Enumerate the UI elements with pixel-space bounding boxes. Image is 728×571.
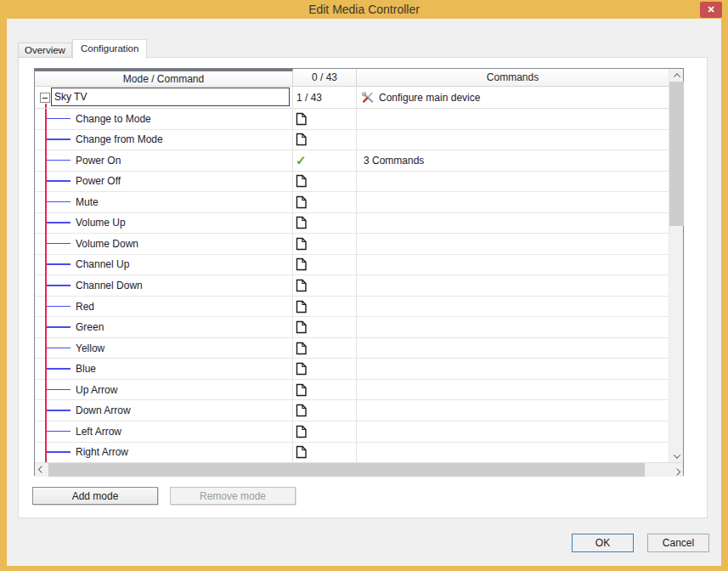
- mode-name-input[interactable]: [51, 88, 290, 106]
- command-status-cell[interactable]: ✓: [293, 130, 357, 150]
- mode-commands-cell[interactable]: Configure main device: [357, 87, 669, 108]
- command-status-cell[interactable]: ✓: [293, 172, 357, 192]
- command-status-cell[interactable]: ✓: [293, 443, 357, 463]
- mode-command-row[interactable]: Red ✓: [35, 297, 669, 318]
- document-icon: [296, 342, 307, 355]
- command-name-cell[interactable]: Red: [35, 297, 293, 317]
- command-status-cell[interactable]: ✓: [293, 234, 357, 254]
- command-name-cell[interactable]: Right Arrow: [35, 443, 293, 463]
- command-commands-cell[interactable]: [357, 109, 669, 129]
- collapse-toggle-icon[interactable]: [40, 93, 50, 103]
- column-header-progress[interactable]: 0 / 43: [293, 69, 357, 87]
- mode-command-row[interactable]: Green ✓: [35, 317, 669, 338]
- command-commands-cell[interactable]: [357, 213, 669, 234]
- mode-command-row[interactable]: Power Off ✓: [35, 172, 669, 193]
- tab-configuration[interactable]: Configuration: [72, 39, 147, 59]
- mode-command-row[interactable]: Yellow ✓: [35, 338, 669, 359]
- command-status-cell[interactable]: ✓: [293, 380, 357, 400]
- mode-command-row[interactable]: Volume Down ✓: [35, 234, 669, 255]
- tab-overview[interactable]: Overview: [18, 42, 72, 58]
- command-commands-cell[interactable]: [357, 443, 669, 463]
- command-status-cell[interactable]: ✓: [293, 297, 357, 317]
- command-commands-cell[interactable]: [357, 380, 669, 400]
- command-name-cell[interactable]: Channel Up: [35, 255, 293, 275]
- command-name-cell[interactable]: Mute: [35, 192, 293, 212]
- command-name-cell[interactable]: Left Arrow: [35, 421, 293, 442]
- command-status-cell[interactable]: ✓: [293, 150, 357, 171]
- scroll-down-button[interactable]: [669, 449, 684, 462]
- mode-command-row[interactable]: Channel Down ✓: [35, 275, 669, 297]
- command-name-cell[interactable]: Change from Mode: [35, 130, 293, 150]
- command-status-cell[interactable]: ✓: [293, 275, 357, 296]
- column-header-commands[interactable]: Commands: [357, 69, 669, 87]
- command-status-cell[interactable]: ✓: [293, 255, 357, 275]
- command-status-cell[interactable]: ✓: [293, 317, 357, 337]
- command-name-cell[interactable]: Power Off: [35, 172, 293, 192]
- document-icon: [296, 112, 307, 126]
- command-commands-cell[interactable]: [357, 130, 669, 150]
- ok-button[interactable]: OK: [572, 534, 634, 552]
- command-name-cell[interactable]: Change to Mode: [35, 109, 293, 129]
- edit-media-controller-dialog: Edit Media Controller ✕ Overview Configu…: [0, 0, 728, 571]
- add-mode-button[interactable]: Add mode: [32, 487, 158, 505]
- command-name-cell[interactable]: Volume Down: [35, 234, 293, 254]
- command-commands-cell[interactable]: [357, 255, 669, 275]
- mode-command-row[interactable]: Change to Mode ✓: [35, 109, 669, 130]
- mode-command-row[interactable]: Right Arrow ✓: [35, 443, 669, 463]
- mode-command-row[interactable]: Channel Up ✓: [35, 255, 669, 276]
- scroll-up-button[interactable]: [669, 69, 684, 82]
- command-status-cell[interactable]: ✓: [293, 213, 357, 234]
- chevron-left-icon: [37, 466, 44, 472]
- command-status-cell[interactable]: ✓: [293, 421, 357, 442]
- mode-command-row[interactable]: Up Arrow ✓: [35, 380, 669, 401]
- command-name-cell[interactable]: Yellow: [35, 338, 293, 359]
- scroll-left-button[interactable]: [35, 463, 48, 478]
- mode-command-row[interactable]: Power On ✓ 3 Commands: [35, 150, 669, 172]
- command-commands-cell[interactable]: [357, 421, 669, 442]
- tab-strip: Overview Configuration: [18, 39, 147, 58]
- command-name-cell[interactable]: Up Arrow: [35, 380, 293, 400]
- command-commands-cell[interactable]: [357, 400, 669, 421]
- tree-connector: [46, 139, 71, 140]
- scroll-right-button[interactable]: [670, 463, 683, 478]
- command-status-cell[interactable]: ✓: [293, 109, 357, 129]
- horizontal-scrollbar[interactable]: [35, 462, 683, 477]
- command-commands-cell[interactable]: [357, 275, 669, 296]
- cancel-button[interactable]: Cancel: [647, 534, 709, 552]
- vertical-scrollbar[interactable]: [669, 69, 683, 462]
- command-commands-cell[interactable]: [357, 297, 669, 317]
- command-status-cell[interactable]: ✓: [293, 338, 357, 359]
- close-button[interactable]: ✕: [700, 2, 722, 18]
- command-name-cell[interactable]: Channel Down: [35, 275, 293, 296]
- mode-command-row[interactable]: Down Arrow ✓: [35, 400, 669, 421]
- remove-mode-button[interactable]: Remove mode: [170, 487, 296, 505]
- command-commands-cell[interactable]: [357, 234, 669, 254]
- mode-command-row[interactable]: Left Arrow ✓: [35, 421, 669, 443]
- tree-connector: [46, 263, 71, 265]
- command-commands-cell[interactable]: [357, 359, 669, 379]
- command-commands-cell[interactable]: [357, 317, 669, 337]
- horizontal-scrollbar-thumb[interactable]: [48, 463, 645, 477]
- mode-command-row[interactable]: Blue ✓: [35, 359, 669, 380]
- command-name-cell[interactable]: Volume Up: [35, 213, 293, 234]
- command-commands-cell[interactable]: [357, 172, 669, 192]
- command-status-cell[interactable]: ✓: [293, 359, 357, 379]
- chevron-up-icon: [673, 73, 680, 80]
- command-commands-cell[interactable]: 3 Commands: [357, 150, 669, 171]
- vertical-scrollbar-thumb[interactable]: [669, 82, 684, 226]
- command-name-cell[interactable]: Power On: [35, 150, 293, 171]
- command-status-cell[interactable]: ✓: [293, 192, 357, 212]
- command-name-cell[interactable]: Blue: [35, 359, 293, 379]
- mode-command-table: Mode / Command 0 / 43 Commands 1 / 43: [34, 68, 684, 476]
- tree-connector: [46, 285, 71, 286]
- mode-command-row[interactable]: Change from Mode ✓: [35, 130, 669, 151]
- command-name-cell[interactable]: Green: [35, 317, 293, 337]
- command-commands-cell[interactable]: [357, 192, 669, 212]
- mode-command-row[interactable]: Mute ✓: [35, 192, 669, 213]
- column-header-mode-command[interactable]: Mode / Command: [35, 69, 293, 87]
- titlebar[interactable]: Edit Media Controller ✕: [0, 0, 728, 19]
- command-status-cell[interactable]: ✓: [293, 400, 357, 421]
- mode-command-row[interactable]: Volume Up ✓: [35, 213, 669, 235]
- command-commands-cell[interactable]: [357, 338, 669, 359]
- command-name-cell[interactable]: Down Arrow: [35, 400, 293, 421]
